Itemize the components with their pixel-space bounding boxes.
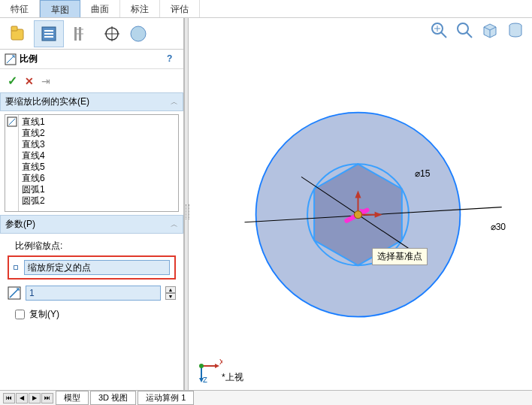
spin-up[interactable]: ▲ <box>165 286 176 293</box>
dim-d15: ⌀15 <box>415 168 431 179</box>
list-item[interactable]: 圆弧1 <box>22 184 175 195</box>
svg-text:z: z <box>203 374 207 384</box>
point-selection-highlight <box>8 255 176 280</box>
bottom-tabs: ⏮ ◀ ▶ ⏭ 模型 3D 视图 运动算例 1 <box>0 390 532 405</box>
cancel-button[interactable]: ✕ <box>25 75 34 87</box>
property-manager-icon[interactable] <box>34 20 64 47</box>
pin-button[interactable]: ⇥ <box>41 75 50 87</box>
dimxpert-icon[interactable] <box>97 20 127 47</box>
list-item[interactable]: 直线1 <box>22 116 175 128</box>
tooltip: 选择基准点 <box>372 248 428 265</box>
feature-manager-icon[interactable] <box>2 20 32 47</box>
help-icon[interactable]: ? <box>167 53 179 65</box>
params-label: 参数(P) <box>5 218 35 231</box>
svg-rect-1 <box>11 26 17 31</box>
action-row: ✓ ✕ ⇥ <box>0 69 183 92</box>
list-item[interactable]: 直线4 <box>22 150 175 162</box>
svg-text:x: x <box>219 357 222 367</box>
scale-spinner: ▲ ▼ <box>165 286 176 300</box>
spin-down[interactable]: ▼ <box>165 293 176 300</box>
scale-point-label: 比例缩放点: <box>15 240 176 252</box>
view-label: *上视 <box>222 371 243 384</box>
copy-label: 复制(Y) <box>29 308 59 321</box>
nav-next[interactable]: ▶ <box>29 393 41 403</box>
orientation-triad: x z <box>195 357 222 384</box>
list-item[interactable]: 圆弧2 <box>22 195 175 207</box>
config-manager-icon[interactable] <box>65 20 95 47</box>
viewport[interactable]: ⌀15 ⌀30 选择基准点 <box>184 18 532 390</box>
svg-point-39 <box>199 364 204 368</box>
scale-factor-icon <box>8 286 21 300</box>
tab-evaluate[interactable]: 评估 <box>160 0 200 17</box>
sketch-canvas[interactable]: ⌀15 ⌀30 <box>184 18 532 388</box>
svg-point-13 <box>131 26 146 41</box>
entities-header[interactable]: 要缩放比例的实体(E) ︿ <box>0 92 183 111</box>
property-panel: 比例 ? ✓ ✕ ⇥ 要缩放比例的实体(E) ︿ 直线1 直线2 直线3 直线4… <box>0 18 184 390</box>
tab-sketch[interactable]: 草图 <box>40 0 80 17</box>
command-tabs: 特征 草图 曲面 标注 评估 <box>0 0 532 18</box>
params-header[interactable]: 参数(P) ︿ <box>0 215 183 234</box>
ok-button[interactable]: ✓ <box>8 74 17 88</box>
svg-point-34 <box>354 211 361 219</box>
select-icon <box>7 116 17 127</box>
panel-toolbar <box>0 18 183 50</box>
scale-factor-row: ▲ ▼ <box>8 286 176 301</box>
display-manager-icon[interactable] <box>128 20 148 47</box>
tab-model[interactable]: 模型 <box>56 391 89 405</box>
entity-list: 直线1 直线2 直线3 直线4 直线5 直线6 圆弧1 圆弧2 <box>19 115 178 211</box>
scale-icon <box>5 53 17 65</box>
list-item[interactable]: 直线2 <box>22 128 175 139</box>
chevron-up-icon: ︿ <box>171 97 178 107</box>
command-title-row: 比例 ? <box>0 50 183 69</box>
list-item[interactable]: 直线5 <box>22 162 175 173</box>
point-input[interactable] <box>24 260 170 275</box>
copy-row: 复制(Y) <box>15 308 176 321</box>
nav-prev[interactable]: ◀ <box>16 393 28 403</box>
list-item[interactable]: 直线3 <box>22 139 175 150</box>
tab-motion[interactable]: 运动算例 1 <box>138 391 194 405</box>
point-bullet-icon <box>14 265 18 270</box>
scale-factor-input[interactable] <box>26 286 161 301</box>
chevron-up-icon: ︿ <box>171 219 178 230</box>
copy-checkbox[interactable] <box>15 310 25 319</box>
command-title: 比例 <box>20 53 167 65</box>
dim-d30: ⌀30 <box>491 222 506 232</box>
tab-annotate[interactable]: 标注 <box>120 0 160 17</box>
entities-label: 要缩放比例的实体(E) <box>5 95 89 108</box>
list-item[interactable]: 直线6 <box>22 173 175 184</box>
tab-feature[interactable]: 特征 <box>0 0 40 17</box>
nav-last[interactable]: ⏭ <box>41 393 53 403</box>
splitter[interactable] <box>184 18 189 390</box>
params-body: 比例缩放点: ▲ ▼ 复制(Y) <box>0 234 183 325</box>
entity-listbox[interactable]: 直线1 直线2 直线3 直线4 直线5 直线6 圆弧1 圆弧2 <box>5 114 179 212</box>
nav-first[interactable]: ⏮ <box>3 393 15 403</box>
tab-3dview[interactable]: 3D 视图 <box>90 391 136 405</box>
tab-surface[interactable]: 曲面 <box>80 0 120 17</box>
entity-gutter <box>5 115 19 211</box>
